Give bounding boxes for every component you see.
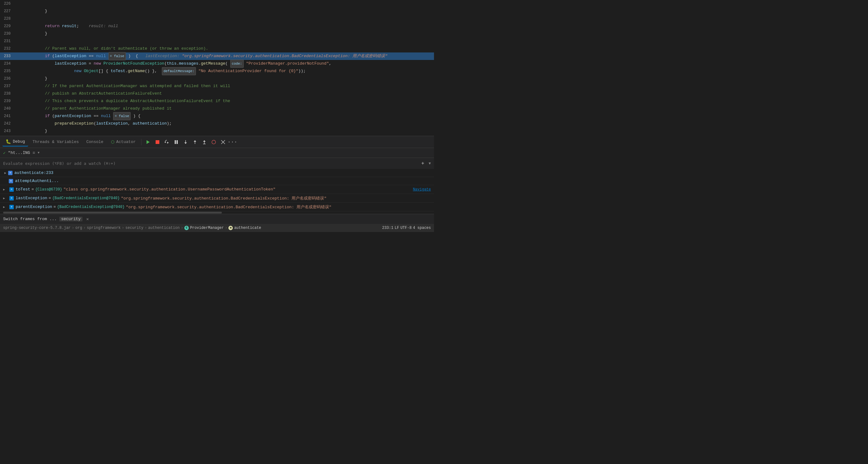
line-content-239: // This check prevents a duplicate Abstr…: [16, 97, 432, 105]
var-eq-3: =: [54, 204, 56, 209]
switch-frames-label: Switch frames from ...: [3, 217, 57, 221]
var-icon-totest: ≡: [9, 187, 14, 192]
frame-check-icon: ✓: [3, 151, 6, 156]
line-content-240: // parent AuthenticationManager already …: [16, 105, 432, 112]
threads-label: Threads & Variables: [32, 140, 79, 144]
line-num-243: 243: [0, 127, 16, 135]
evaluate-input[interactable]: [3, 161, 417, 166]
code-line-238: 238 // publish an AbstractAuthentication…: [0, 90, 434, 97]
code-line-244: 244 throw lastException;: [0, 135, 434, 136]
var-value-parentexception: "org.springframework.security.authentica…: [126, 204, 431, 210]
var-eq-2: =: [49, 196, 51, 200]
var-type-lastexception: {BadCredentialsException@7040}: [52, 196, 120, 200]
actuator-icon: ⬡: [111, 140, 114, 144]
editor-area: 226 227 } 228 229 return result; result:…: [0, 0, 434, 136]
var-name-totest: toTest: [16, 187, 30, 192]
breadcrumb-authenticate: authenticate: [234, 226, 261, 230]
step-out-button[interactable]: [191, 138, 199, 146]
code-line-231: 231: [0, 37, 434, 45]
stop-button[interactable]: [153, 138, 161, 146]
status-encoding: UTF-8: [400, 226, 411, 230]
line-content-237: // If the parent AuthenticationManager w…: [16, 82, 432, 90]
svg-marker-9: [203, 140, 206, 142]
var-navigate-totest[interactable]: Navigate: [413, 187, 431, 192]
variables-scrollbar[interactable]: [0, 211, 434, 214]
breadcrumb-security: security: [125, 226, 144, 230]
var-name-parentexception: parentException: [16, 204, 52, 209]
frame-dropdown-icon[interactable]: ▼: [37, 151, 39, 155]
more-options-button[interactable]: ···: [228, 138, 237, 146]
frames-row: ✓ "ht...ING ≡ ▼: [0, 148, 434, 158]
line-num-237: 237: [0, 82, 16, 90]
var-row-lastexception[interactable]: ▶ ≡ lastException = {BadCredentialsExcep…: [0, 194, 434, 203]
mute-breakpoints-button[interactable]: [210, 138, 218, 146]
frame-filter-icon[interactable]: ≡: [32, 151, 35, 156]
breadcrumb-sep-3: ›: [122, 226, 124, 230]
console-label: Console: [86, 140, 103, 144]
class-icon: C: [184, 226, 189, 230]
line-num-232: 232: [0, 45, 16, 53]
evaluate-bar: + ▼: [0, 158, 434, 169]
line-num-233: 233: [0, 53, 16, 60]
tab-debug[interactable]: 🐛 Debug: [2, 138, 28, 146]
switch-frames-close[interactable]: ✕: [86, 217, 89, 222]
line-num-234: 234: [0, 60, 16, 67]
add-watch-button[interactable]: +: [419, 160, 426, 167]
eval-dropdown-button[interactable]: ▼: [429, 161, 431, 166]
code-line-226: 226: [0, 0, 434, 7]
variables-scrollbar-thumb[interactable]: [3, 212, 222, 213]
svg-rect-0: [156, 140, 159, 144]
line-num-226: 226: [0, 0, 16, 7]
status-indent: 4 spaces: [413, 226, 431, 230]
var-row-totest[interactable]: ▶ ≡ toTest = {Class@6739} "class org.spr…: [0, 185, 434, 194]
code-line-234: 234 lastException = new ProviderNotFound…: [0, 60, 434, 67]
call-stack-method-1: authenticate:233: [14, 170, 54, 175]
code-line-242: 242 prepareException(lastException, auth…: [0, 120, 434, 127]
code-line-241: 241 if (parentException == null = false …: [0, 112, 434, 120]
step-over-button[interactable]: [163, 138, 171, 146]
tab-threads[interactable]: Threads & Variables: [29, 138, 82, 146]
code-line-233[interactable]: 233 if (lastException == null = false ) …: [0, 53, 434, 60]
line-content-235: new Object[] { toTest.getName() }, defau…: [16, 67, 432, 75]
breadcrumb-sep-6: ›: [225, 226, 227, 230]
clear-button[interactable]: [219, 138, 227, 146]
code-line-230: 230 }: [0, 30, 434, 37]
line-num-228: 228: [0, 15, 16, 23]
switch-frames-value: security: [59, 217, 83, 221]
line-num-240: 240: [0, 105, 16, 112]
code-line-239: 239 // This check prevents a duplicate A…: [0, 97, 434, 105]
svg-marker-5: [184, 142, 187, 144]
breadcrumb-org: org: [75, 226, 82, 230]
tab-actuator[interactable]: ⬡ Actuator: [108, 138, 139, 146]
tab-console[interactable]: Console: [83, 138, 106, 146]
line-content-243: }: [16, 127, 432, 135]
breadcrumb-authentication: authentication: [148, 226, 180, 230]
run-to-cursor-button[interactable]: [200, 138, 208, 146]
var-arrow-lastexception: ▶: [3, 196, 8, 200]
var-type-totest: {Class@6739}: [35, 187, 62, 192]
var-value-lastexception: "org.springframework.security.authentica…: [121, 196, 431, 201]
var-eq-1: =: [32, 187, 34, 192]
var-value-totest: "class org.springframework.security.auth…: [63, 187, 410, 192]
step-into-button[interactable]: [182, 138, 190, 146]
call-stack-arrow-1: ▶: [4, 171, 6, 175]
breadcrumb-class-item: C ProviderManager: [184, 226, 224, 230]
code-line-229: 229 return result; result: null: [0, 23, 434, 30]
line-content-236: }: [16, 75, 432, 82]
pause-button[interactable]: [172, 138, 180, 146]
svg-rect-2: [175, 140, 176, 144]
line-num-244: 244: [0, 135, 16, 136]
line-num-241: 241: [0, 112, 16, 120]
main-layout: 226 227 } 228 229 return result; result:…: [0, 0, 434, 232]
call-stack-item-1[interactable]: ▶ ≡ authenticate:233: [0, 169, 434, 177]
switch-frames-row: Switch frames from ... security ✕: [0, 214, 434, 224]
more-dots-icon: ···: [227, 139, 238, 145]
call-stack-item-2[interactable]: ≡ attemptAuthenti...: [0, 177, 434, 185]
var-row-parentexception[interactable]: ▶ ≡ parentException = {BadCredentialsExc…: [0, 203, 434, 211]
svg-rect-3: [177, 140, 178, 144]
resume-button[interactable]: [144, 138, 152, 146]
code-line-232: 232 // Parent was null, or didn't authen…: [0, 45, 434, 53]
var-type-parentexception: {BadCredentialsException@7040}: [57, 205, 125, 209]
line-num-239: 239: [0, 97, 16, 105]
status-position: 233:1: [382, 226, 393, 230]
